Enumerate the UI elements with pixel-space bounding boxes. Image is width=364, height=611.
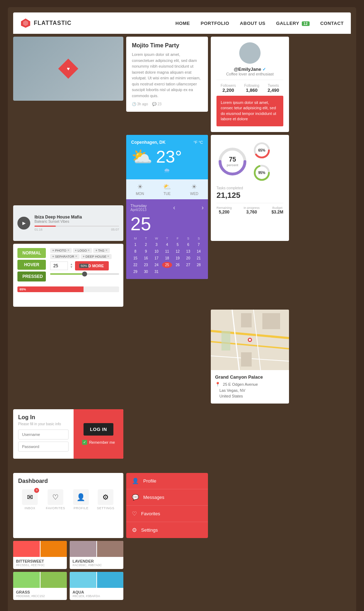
music-progress-bar[interactable]: [34, 226, 119, 227]
nav-portfolio[interactable]: PORTFOLIO: [201, 21, 229, 26]
cal-date[interactable]: 11: [162, 248, 172, 254]
weather-card: Copenhagen, DK °F °C ⛅ 23° 🌧 ☀ MON ⛅ TUE: [126, 135, 208, 279]
cal-date[interactable]: 12: [173, 248, 183, 254]
range-track-50[interactable]: 50%: [50, 273, 119, 275]
cal-date[interactable]: 27: [183, 262, 193, 268]
calendar-month-name: Thursday: [130, 204, 147, 208]
tag-tag[interactable]: + TAG ✕: [93, 248, 109, 253]
settings-label: SETTINGS: [97, 506, 114, 510]
remember-label: Remember me: [89, 440, 115, 444]
map-place-name: Grand Canyon Palace: [215, 374, 285, 380]
password-input[interactable]: [18, 442, 69, 452]
cal-date[interactable]: 16: [141, 255, 151, 261]
cal-date[interactable]: 21: [194, 255, 204, 261]
normal-button[interactable]: NORMAL: [17, 248, 46, 258]
weather-day-tue: ⛅ TUE: [163, 183, 171, 196]
donut-row: 75 percent 65%: [216, 141, 283, 183]
gallery-badge: 12: [302, 21, 310, 26]
cal-date[interactable]: 24: [151, 262, 161, 268]
music-card: ▶ Ibiza Deep House Mafia Balearic Sunset…: [13, 205, 123, 241]
map-visual: [211, 310, 289, 370]
cal-date[interactable]: 23: [141, 262, 151, 268]
swatch-left-aqua: [70, 572, 96, 588]
swatch-grass: GRASS #8DD668, #8CC152: [13, 572, 67, 600]
map-address: 📍 25 E Odgen Avenue Las Vegas, NV United…: [215, 381, 285, 399]
username-input[interactable]: [18, 430, 69, 439]
cal-date[interactable]: 18: [162, 255, 172, 261]
menu-item-profile[interactable]: 👤 Profile: [126, 473, 208, 489]
login-title: Log In: [18, 414, 69, 421]
swatch-codes-lavender: #AC959C, #9B7A0C: [73, 563, 121, 567]
music-times: 01:16 05:07: [34, 228, 119, 231]
cal-date[interactable]: 1: [130, 242, 140, 248]
cal-date[interactable]: 15: [130, 255, 140, 261]
cal-date[interactable]: 7: [194, 242, 204, 248]
swatch-name-aqua: AQUA: [73, 590, 121, 594]
inbox-badge: 9: [34, 488, 39, 493]
cal-date[interactable]: 17: [151, 255, 161, 261]
nav-about[interactable]: ABOUT US: [240, 21, 266, 26]
menu-item-settings[interactable]: ⚙ Settings: [126, 522, 208, 538]
range-tooltip: 50%: [79, 264, 89, 268]
cal-date[interactable]: 6: [183, 242, 193, 248]
cal-date[interactable]: 20: [183, 255, 193, 261]
nav-home[interactable]: HOME: [176, 21, 190, 26]
login-card: Log In Please fill in your basic info LO…: [13, 409, 123, 459]
menu-item-favorites[interactable]: ♡ Favorites: [126, 506, 208, 522]
cal-date[interactable]: 31: [151, 269, 161, 275]
svg-point-19: [249, 339, 251, 341]
calendar-section: Thursday April/2013 ‹ › 25 M T W T F S S: [126, 199, 208, 279]
cal-date[interactable]: 8: [130, 248, 140, 254]
tag-logo[interactable]: + LOGO ✕: [73, 248, 92, 253]
dashboard-title: Dashboard: [18, 478, 118, 484]
arrow-down-icon[interactable]: ▼: [70, 266, 73, 269]
cal-date-today[interactable]: 25: [162, 262, 172, 268]
cal-date[interactable]: 10: [151, 248, 161, 254]
weather-day-mon: ☀ MON: [136, 183, 144, 196]
cal-next-icon[interactable]: ›: [202, 204, 204, 211]
cal-date[interactable]: 26: [173, 262, 183, 268]
cal-date[interactable]: 13: [183, 248, 193, 254]
cal-date[interactable]: 2: [141, 242, 151, 248]
ui-elements-card: NORMAL HOVER PRESSED + PHOTO ✕ + LOGO ✕ …: [13, 244, 123, 307]
nav-gallery[interactable]: GALLERY 12: [276, 21, 310, 26]
menu-item-messages[interactable]: 💬 Messages: [126, 489, 208, 506]
cal-date[interactable]: 4: [162, 242, 172, 248]
inbox-label: INBOX: [22, 506, 38, 510]
cal-date[interactable]: 14: [194, 248, 204, 254]
pressed-button[interactable]: PRESSED: [17, 272, 46, 281]
tag-photo[interactable]: + PHOTO ✕: [50, 248, 72, 253]
tasks-completed-label: Tasks completed: [216, 186, 283, 190]
remember-checkbox[interactable]: ✓: [82, 440, 87, 445]
number-input[interactable]: [50, 262, 68, 270]
calendar-grid: M T W T F S S 1 2 3 4 5 6 7 8: [130, 236, 204, 275]
blog-meta: 🕐 3h ago 💬 23: [132, 102, 202, 106]
cal-prev-icon[interactable]: ‹: [173, 204, 175, 211]
verified-icon: ✓: [262, 67, 266, 72]
twitter-tweets: Tweets 2,490: [268, 84, 279, 93]
cal-date[interactable]: 22: [130, 262, 140, 268]
cal-date[interactable]: 29: [130, 269, 140, 275]
swatch-codes-grass: #8DD668, #8CC152: [16, 594, 64, 598]
tag-deep-house[interactable]: + DEEP HOUSE ✕: [81, 254, 112, 259]
remaining-stat: Remaining 5,200: [216, 206, 232, 215]
twitter-alert: Lorem ipsum dolor sit amet, consec tetur…: [216, 96, 283, 126]
cal-date[interactable]: 28: [194, 262, 204, 268]
small-donut-1: 65%: [252, 141, 272, 160]
blog-text: Lorem ipsum dolor sit amet, consectetuer…: [132, 52, 202, 99]
hover-button[interactable]: HOVER: [17, 260, 46, 270]
cal-date[interactable]: 3: [151, 242, 161, 248]
play-button[interactable]: ▶: [17, 217, 30, 230]
svg-rect-15: [262, 313, 280, 329]
cal-date[interactable]: 19: [173, 255, 183, 261]
tag-separator[interactable]: + SEPARATOR ✕: [50, 254, 80, 259]
music-subtitle: Balearic Sunset Vibes: [34, 220, 119, 223]
nav-contact[interactable]: CONTACT: [320, 21, 344, 26]
cal-date[interactable]: 30: [141, 269, 151, 275]
cal-date[interactable]: 5: [173, 242, 183, 248]
nav-links: HOME PORTFOLIO ABOUT US GALLERY 12 CONTA…: [176, 21, 344, 26]
favorites-menu-label: Favorites: [141, 511, 160, 516]
cal-date[interactable]: 9: [141, 248, 151, 254]
login-button[interactable]: LOG IN: [84, 423, 113, 436]
swatch-right-aqua: [97, 572, 124, 588]
